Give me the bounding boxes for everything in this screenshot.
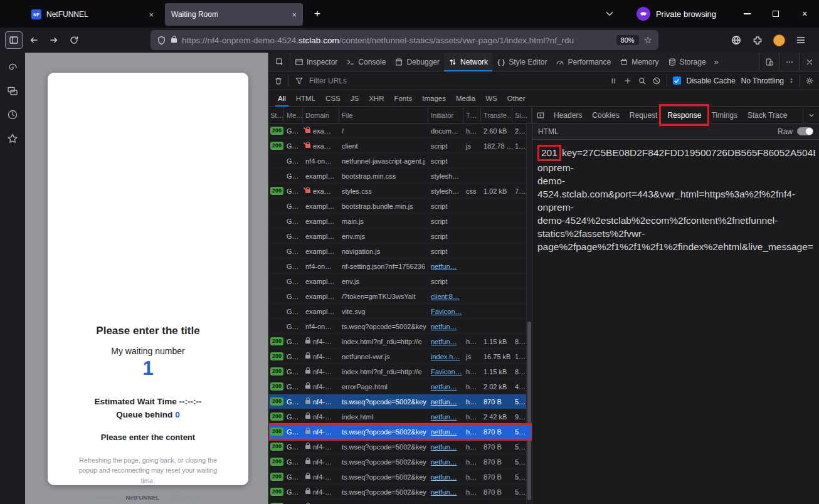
table-scrollbar[interactable]	[526, 123, 532, 504]
column-header[interactable]: File	[339, 107, 428, 123]
forward-button[interactable]	[45, 31, 63, 49]
extensions-puzzle-icon[interactable]	[752, 34, 763, 46]
synced-tabs-icon[interactable]	[7, 85, 18, 97]
network-request-row[interactable]: G…nf4-on…netfunnel-javascript-agent.jscr…	[269, 154, 532, 169]
network-request-row[interactable]: G…nf4-on…nf-setting.json?nf=1756236netfu…	[269, 259, 532, 274]
sidebar-toggle-button[interactable]	[5, 31, 23, 49]
initiator-link[interactable]: client:8…	[431, 293, 460, 300]
initiator-link[interactable]: Favicon…	[431, 368, 462, 375]
devtools-tab-debugger[interactable]: Debugger	[390, 53, 444, 71]
network-request-row[interactable]: 200G…nf4-…ts.wseq?opcode=…netfun…	[269, 500, 532, 504]
network-request-row[interactable]: G…exampl…env.jsscript	[269, 274, 532, 289]
initiator-link[interactable]: netfun…	[431, 488, 457, 496]
devtools-tab-console[interactable]: Console	[342, 53, 390, 71]
more-tools-chevron[interactable]: »	[711, 53, 722, 71]
network-request-row[interactable]: G…exampl…env.mjsscript	[269, 229, 532, 244]
initiator-link[interactable]: Favicon…	[431, 308, 462, 315]
column-header[interactable]: Initiator	[428, 107, 463, 123]
initiator-link[interactable]: netfun…	[431, 398, 457, 406]
network-request-row[interactable]: 200G…nf4-…ts.wseq?opcode=5002&keynetfun……	[269, 454, 532, 470]
disable-cache-label[interactable]: Disable Cache	[687, 76, 736, 85]
browser-tab-waiting-room[interactable]: Waiting Room ×	[165, 3, 303, 26]
network-request-row[interactable]: G…exampl…navigation.jsscript	[269, 244, 532, 259]
network-request-row[interactable]: 200G…exa…styles.cssstylesh…css1.02 kB7…	[269, 184, 532, 199]
devtools-tab-storage[interactable]: Storage	[663, 53, 711, 71]
history-clock-icon[interactable]	[7, 109, 18, 120]
new-tab-button[interactable]: +	[308, 4, 327, 23]
scrollbar-thumb[interactable]	[527, 322, 531, 500]
profile-avatar[interactable]	[773, 34, 785, 46]
url-bar[interactable]: https://nf4-onprem-demo-4524.stclab.com/…	[151, 30, 658, 50]
column-header[interactable]: Me…	[284, 107, 303, 123]
network-request-row[interactable]: 200G…nf4-…ts.wseq?opcode=5002&keynetfun……	[269, 470, 532, 485]
request-filter-html[interactable]: HTML	[291, 90, 320, 106]
request-filter-ws[interactable]: WS	[480, 90, 502, 106]
network-request-row[interactable]: 200G…nf4-…index.html?nf_rdu=http://enetf…	[269, 334, 532, 349]
column-header[interactable]: T…	[463, 107, 481, 123]
minimize-button[interactable]	[732, 0, 761, 28]
initiator-link[interactable]: netfun…	[431, 413, 457, 421]
network-request-row[interactable]: 200G…nf4-…ts.wseq?opcode=5002&keynetfun……	[269, 394, 532, 409]
devtools-close-icon[interactable]	[799, 53, 819, 71]
request-filter-xhr[interactable]: XHR	[364, 90, 389, 106]
network-request-row[interactable]: 200G…nf4-…errorPage.htmlnetfun…h…2.02 kB…	[269, 379, 532, 394]
initiator-link[interactable]: netfun…	[431, 338, 457, 345]
responsive-design-mode-icon[interactable]	[759, 53, 779, 71]
initiator-link[interactable]: index.h…	[431, 353, 460, 360]
detail-tab-timings[interactable]: Timings	[706, 107, 742, 123]
throttling-select[interactable]: No Throttling	[741, 76, 784, 85]
network-request-row[interactable]: 200G…nf4-…ts.wseq?opcode=5002&keynetfun……	[269, 485, 532, 500]
maximize-button[interactable]	[761, 0, 790, 28]
network-request-row[interactable]: G…exampl…vite.svgFavicon…	[269, 304, 532, 319]
pick-element-icon[interactable]	[269, 53, 290, 71]
reload-button[interactable]	[65, 31, 83, 49]
tracking-protection-shield-icon[interactable]	[157, 36, 166, 45]
search-icon[interactable]	[638, 76, 647, 85]
column-header[interactable]: Transfe…	[481, 107, 512, 123]
block-requests-icon[interactable]	[652, 76, 661, 85]
network-request-row[interactable]: 200G…nf4-…index.htmlnetfun…h…2.42 kB9…	[269, 409, 532, 424]
request-filter-fonts[interactable]: Fonts	[389, 90, 417, 106]
devtools-tab-inspector[interactable]: Inspector	[290, 53, 342, 71]
column-header[interactable]: Domain	[303, 107, 339, 123]
back-button[interactable]	[25, 31, 43, 49]
detail-tab-response[interactable]: Response	[662, 107, 706, 123]
list-all-tabs-icon[interactable]	[604, 8, 615, 19]
menu-hamburger-icon[interactable]	[795, 34, 806, 46]
initiator-link[interactable]: netfun…	[431, 473, 457, 481]
network-request-row[interactable]: G…exampl…bootstrap.min.cssstylesh…	[269, 169, 532, 184]
zoom-level-badge[interactable]: 80%	[616, 35, 639, 45]
add-icon[interactable]	[623, 76, 632, 85]
request-filter-images[interactable]: Images	[417, 90, 451, 106]
request-filter-all[interactable]: All	[273, 90, 291, 106]
tab-close-icon[interactable]: ×	[149, 10, 154, 19]
devtools-settings-dots-icon[interactable]	[779, 53, 799, 71]
disable-cache-checkbox[interactable]	[673, 76, 681, 85]
close-window-button[interactable]: ×	[790, 0, 819, 28]
initiator-link[interactable]: netfun…	[431, 428, 457, 436]
bookmark-star-icon[interactable]: ☆	[644, 34, 652, 46]
network-request-row[interactable]: G…nf4-on…ts.wseq?opcode=5002&keynetfun…	[269, 319, 532, 334]
network-request-row[interactable]: 200G…nf4-…ts.wseq?opcode=5002&keynetfun……	[269, 424, 532, 439]
network-request-row[interactable]: 200G…nf4-…ts.wseq?opcode=5002&keynetfun……	[269, 439, 532, 454]
devtools-tab-style-editor[interactable]: { }Style Editor	[492, 53, 551, 71]
bookmarks-star-icon[interactable]	[7, 133, 18, 144]
initiator-link[interactable]: netfun…	[431, 383, 457, 391]
initiator-link[interactable]: netfun…	[431, 263, 457, 270]
network-request-row[interactable]: 200G…exa…clientscriptjs182.78 …1…	[269, 139, 532, 154]
devtools-tab-performance[interactable]: Performance	[551, 53, 615, 71]
spiral-panel-icon[interactable]	[7, 61, 18, 73]
raw-toggle[interactable]	[797, 127, 813, 135]
network-request-row[interactable]: 200G…exa…/docum…h…2.60 kB2…	[269, 123, 532, 139]
request-filter-css[interactable]: CSS	[320, 90, 346, 106]
pause-icon[interactable]	[609, 76, 618, 85]
network-request-row[interactable]: 200G…nf4-…netfunnel-vwr.jsindex.h…js16.7…	[269, 349, 532, 364]
request-filter-js[interactable]: JS	[346, 90, 364, 106]
clear-requests-trash-icon[interactable]	[274, 76, 283, 85]
https-lock-icon[interactable]	[171, 38, 177, 43]
detail-tab-headers[interactable]: Headers	[549, 107, 587, 123]
tab-close-icon[interactable]: ×	[292, 10, 297, 19]
initiator-link[interactable]: netfun…	[431, 323, 457, 330]
detail-tab-stack-trace[interactable]: Stack Trace	[742, 107, 792, 123]
translate-globe-icon[interactable]	[731, 34, 742, 46]
